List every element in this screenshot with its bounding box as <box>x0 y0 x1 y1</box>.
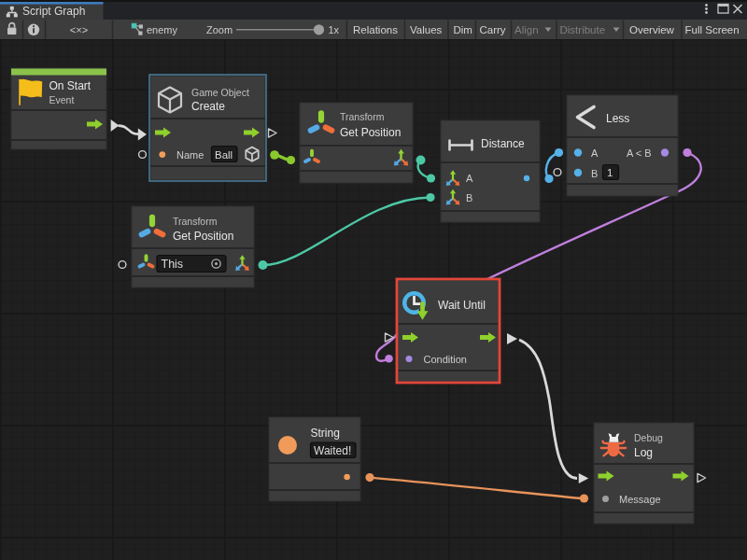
svg-text:Name: Name <box>176 149 204 161</box>
svg-text:enemy: enemy <box>147 24 178 35</box>
svg-text:A < B: A < B <box>627 147 652 159</box>
svg-text:B: B <box>466 192 472 203</box>
svg-text:Script Graph: Script Graph <box>22 5 85 18</box>
svg-text:Debug: Debug <box>634 432 663 443</box>
svg-text:Game Object: Game Object <box>191 87 249 98</box>
svg-text:Distribute: Distribute <box>560 24 606 35</box>
svg-text:Carry: Carry <box>480 24 506 35</box>
svg-text:1: 1 <box>607 167 613 178</box>
svg-text:Wait Until: Wait Until <box>438 299 486 312</box>
svg-text:Overview: Overview <box>629 24 675 35</box>
svg-text:This: This <box>162 258 184 271</box>
svg-text:Full Screen: Full Screen <box>685 24 740 35</box>
svg-text:Values: Values <box>410 24 443 35</box>
svg-text:String: String <box>311 427 340 440</box>
svg-text:Relations: Relations <box>353 24 398 35</box>
svg-text:Transform: Transform <box>340 111 385 122</box>
svg-text:Log: Log <box>634 446 653 459</box>
svg-text:Condition: Condition <box>424 354 467 365</box>
svg-text:Dim: Dim <box>454 24 472 35</box>
svg-text:Distance: Distance <box>481 137 525 150</box>
svg-text:Event: Event <box>49 94 75 105</box>
svg-text:On Start: On Start <box>49 79 92 92</box>
svg-text:B: B <box>591 168 598 179</box>
svg-text:Waited!: Waited! <box>314 444 351 457</box>
svg-text:A: A <box>466 173 473 184</box>
svg-text:<×>: <×> <box>70 24 88 35</box>
svg-text:Ball: Ball <box>215 149 233 161</box>
svg-text:Message: Message <box>619 494 661 505</box>
svg-text:Create: Create <box>191 100 225 113</box>
svg-text:Less: Less <box>606 112 629 125</box>
svg-text:Align: Align <box>514 24 539 35</box>
svg-text:Get Position: Get Position <box>173 230 233 243</box>
svg-text:A: A <box>591 147 599 159</box>
svg-text:Zoom: Zoom <box>206 24 233 35</box>
svg-text:Get Position: Get Position <box>340 126 401 139</box>
svg-text:Transform: Transform <box>173 216 218 227</box>
svg-text:1x: 1x <box>329 24 340 35</box>
